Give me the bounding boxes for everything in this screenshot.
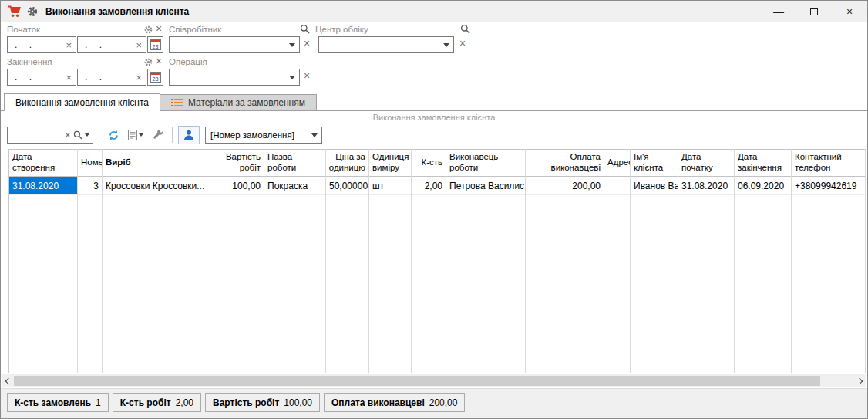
grid-column: Ціна за одиницю50,00000... [326,149,369,373]
grid-cell[interactable]: 2,00 [412,177,446,195]
center-combobox[interactable] [318,36,454,53]
chevron-down-icon[interactable] [308,127,321,143]
grid-cell[interactable]: 31.08.2020 [678,177,734,195]
grid-cell[interactable]: Петрова Василис... [446,177,525,195]
horizontal-scrollbar[interactable] [2,374,866,387]
cart-icon [8,5,22,18]
start-date-to-input[interactable]: . . × [77,36,146,53]
window-controls: — × [761,1,867,22]
search-icon[interactable] [73,130,82,140]
search-box[interactable]: × [7,127,93,144]
end-clear-icon[interactable]: × [156,56,162,66]
column-header[interactable]: Оплата виконавцеві [526,149,604,177]
toolbar-separator [172,127,173,143]
maximize-button[interactable] [796,1,832,22]
column-header[interactable]: Ціна за одиницю [326,149,368,177]
grid-cell[interactable]: 06.09.2020 [735,177,791,195]
column-header[interactable]: Дата створення [9,149,77,177]
operation-combobox[interactable] [169,69,300,86]
grid-cell[interactable]: 100,00 [210,177,264,195]
grid-cell[interactable]: шт [369,177,411,195]
employee-clear-icon[interactable]: × [304,39,310,48]
column-header[interactable]: Виконавець роботи [446,149,525,177]
grid-column: Ім'я клієнтаИванов Ва... [631,149,678,373]
grid-cell[interactable]: Покраска [264,177,325,195]
start-settings-icon[interactable] [144,25,153,34]
grid-column: ВирібКроссовки Кроссовки... [103,149,210,373]
center-search-icon[interactable] [460,24,470,34]
gear-icon[interactable] [27,6,38,17]
scrollbar-thumb[interactable] [14,376,820,386]
grid-column: Адреса [604,149,631,373]
grid-column: Оплата виконавцеві200,00 [526,149,604,373]
center-clear-icon[interactable]: × [459,39,466,48]
end-date-from-input[interactable]: . . × [7,69,76,86]
refresh-button[interactable] [105,127,122,144]
combobox-value: [Номер замовлення] [210,130,308,140]
column-header[interactable]: Дата закінчення [735,149,791,177]
grid-column: Контактний телефон+38099942619 [792,149,866,373]
end-calendar-button[interactable]: 23 [147,69,163,86]
end-settings-icon[interactable] [144,58,153,66]
column-header[interactable]: Номер [78,149,102,177]
end-date-to-input[interactable]: . . × [77,69,146,86]
chevron-down-icon[interactable] [285,69,299,85]
tab-strip: Виконання замовлення клієнта Матеріали з… [1,93,867,111]
clear-icon[interactable]: × [62,72,76,83]
filter-panel: Початок × Співробітник Центр обліку . . … [1,22,867,93]
calendar-icon: 23 [150,39,161,50]
status-item: Оплата виконавцеві200,00 [324,393,465,412]
column-header[interactable]: Адреса [604,149,630,177]
search-input[interactable] [11,130,62,140]
employee-search-icon[interactable] [300,24,310,34]
status-value: 200,00 [429,397,458,408]
column-header[interactable]: Вартість робіт [210,149,264,177]
column-header[interactable]: Виріб [103,149,210,177]
column-header[interactable]: Назва роботи [264,149,325,177]
tab-order-execution[interactable]: Виконання замовлення клієнта [4,93,160,111]
tab-label: Виконання замовлення клієнта [15,97,149,108]
grid-cell[interactable]: 200,00 [526,177,604,195]
search-options-chevron-icon[interactable] [85,133,89,137]
report-button[interactable] [127,127,144,144]
grid-cell[interactable] [604,177,630,195]
column-header[interactable]: К-сть [412,149,446,177]
grid-cell[interactable]: Кроссовки Кроссовки... [103,177,210,195]
close-button[interactable]: × [832,1,867,22]
calendar-icon: 23 [150,72,161,83]
employee-combobox[interactable] [169,36,300,53]
status-value: 100,00 [284,397,312,408]
date-mask: . . [78,39,132,50]
scroll-right-icon[interactable] [854,374,866,387]
client-card-button[interactable] [178,126,200,144]
clear-icon[interactable]: × [132,72,146,83]
column-header[interactable]: Ім'я клієнта [631,149,678,177]
start-calendar-button[interactable]: 23 [147,36,163,53]
grid-cell[interactable]: 31.08.2020 [9,177,77,195]
status-value: 2,00 [176,397,193,408]
search-clear-icon[interactable]: × [65,130,71,140]
settings-wrench-button[interactable] [150,127,167,144]
column-header[interactable]: Контактний телефон [792,149,865,177]
start-date-from-input[interactable]: . . × [7,36,76,53]
scroll-left-icon[interactable] [2,374,14,387]
tab-order-materials[interactable]: Матеріали за замовленням [160,94,317,110]
clear-icon[interactable]: × [132,39,146,51]
status-value: 1 [96,397,101,408]
group-by-combobox[interactable]: [Номер замовлення] [205,127,322,144]
grid-column: Дата створення31.08.2020 [8,149,78,373]
minimize-button[interactable]: — [761,1,796,22]
column-header[interactable]: Дата початку [678,149,734,177]
grid-cell[interactable]: Иванов Ва... [631,177,678,195]
operation-clear-icon[interactable]: × [304,71,310,80]
grid-cell[interactable]: 3 [78,177,102,195]
column-header[interactable]: Одиниця виміру [369,149,411,177]
chevron-down-icon[interactable] [439,37,453,52]
grid-cell[interactable]: 50,00000... [326,177,368,195]
chevron-down-icon[interactable] [285,37,299,52]
grid-cell[interactable]: +38099942619 [792,177,865,195]
grid-column: Назва роботиПокраска [264,149,326,373]
clear-icon[interactable]: × [62,39,76,51]
start-clear-icon[interactable]: × [156,24,162,33]
date-mask: . . [8,39,62,50]
